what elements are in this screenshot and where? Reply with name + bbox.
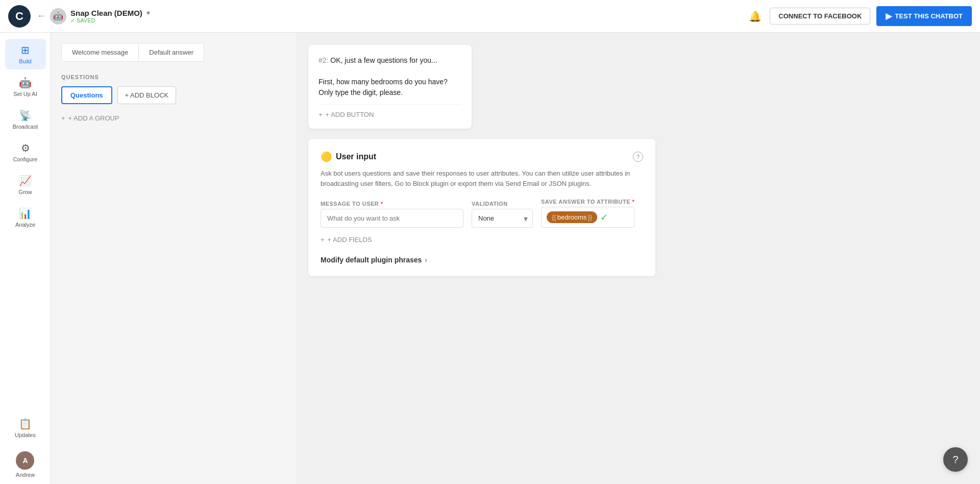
open-braces: {{ <box>552 213 556 221</box>
chat-card: #2: OK, just a few questions for you... … <box>308 45 472 129</box>
close-braces: }} <box>588 213 593 221</box>
bot-dropdown-icon[interactable]: ▾ <box>146 9 150 17</box>
modify-phrases-button[interactable]: Modify default plugin phrases › <box>321 256 643 264</box>
save-answer-group: SAVE ANSWER TO ATTRIBUTE {{ bedrooms }} … <box>541 199 634 228</box>
validation-select-wrapper: None Number Email URL <box>472 209 533 228</box>
add-fields-button[interactable]: + + ADD FIELDS <box>321 236 643 244</box>
validation-select[interactable]: None Number Email URL <box>472 209 533 228</box>
sidebar-item-build[interactable]: ⊞ Build <box>5 39 46 69</box>
tab-welcome[interactable]: Welcome message <box>62 43 139 61</box>
help-bubble-button[interactable]: ? <box>943 447 968 472</box>
bot-avatar: 🤖 <box>50 8 66 25</box>
attribute-checkmark[interactable]: ✓ <box>600 212 608 223</box>
build-icon: ⊞ <box>21 44 30 56</box>
questions-section-label: QUESTIONS <box>61 74 286 80</box>
avatar[interactable]: A <box>16 451 34 470</box>
attribute-name: bedrooms <box>557 213 587 221</box>
sidebar-item-broadcast[interactable]: 📡 Broadcast <box>5 104 46 135</box>
sidebar: ⊞ Build 🤖 Set Up AI 📡 Broadcast ⚙ Config… <box>0 33 51 484</box>
message-to-user-group: MESSAGE TO USER <box>321 201 463 228</box>
app-logo: C <box>8 5 31 28</box>
grow-icon: 📈 <box>19 175 32 187</box>
tab-default[interactable]: Default answer <box>139 43 204 61</box>
sidebar-item-updates[interactable]: 📋 Updates <box>5 413 46 443</box>
add-block-button[interactable]: + ADD BLOCK <box>117 86 177 104</box>
tab-bar: Welcome message Default answer <box>61 43 204 62</box>
user-input-header: 🟡 User input ? <box>321 151 643 162</box>
sidebar-item-grow[interactable]: 📈 Grow <box>5 170 46 200</box>
chat-card-number: #2: <box>318 56 330 64</box>
user-input-title: 🟡 User input <box>321 151 376 162</box>
plus-icon: + <box>318 111 323 118</box>
broadcast-icon: 📡 <box>19 109 32 122</box>
bot-name: Snap Clean (DEMO) <box>70 9 142 17</box>
bot-info: Snap Clean (DEMO) ▾ ✓ SAVED <box>70 9 150 24</box>
modify-phrases-chevron: › <box>425 256 427 264</box>
plus-icon: + <box>61 114 65 122</box>
updates-icon: 📋 <box>19 418 32 430</box>
message-label: MESSAGE TO USER <box>321 201 463 207</box>
chat-card-text: #2: OK, just a few questions for you... … <box>318 55 461 98</box>
user-input-description: Ask bot users questions and save their r… <box>321 168 643 188</box>
test-chatbot-button[interactable]: ▶ TEST THIS CHATBOT <box>876 6 972 26</box>
sidebar-item-setup-ai[interactable]: 🤖 Set Up AI <box>5 71 46 102</box>
user-section: A Andrew <box>16 451 35 478</box>
message-input[interactable] <box>321 209 463 228</box>
attribute-badge: {{ bedrooms }} ✓ <box>541 207 634 228</box>
saved-status: ✓ SAVED <box>70 17 150 24</box>
user-input-card: 🟡 User input ? Ask bot users questions a… <box>308 139 655 276</box>
validation-label: VALIDATION <box>472 201 533 207</box>
analyze-icon: 📊 <box>19 207 32 220</box>
connect-facebook-button[interactable]: CONNECT TO FACEBOOK <box>770 8 870 25</box>
right-panel: #2: OK, just a few questions for you... … <box>296 33 980 484</box>
checkmark-icon: ✓ <box>70 17 75 24</box>
attribute-pill[interactable]: {{ bedrooms }} <box>547 211 597 223</box>
validation-group: VALIDATION None Number Email URL <box>472 201 533 228</box>
add-group-button[interactable]: + + ADD A GROUP <box>61 114 286 122</box>
user-input-icon: 🟡 <box>321 151 332 162</box>
test-icon: ▶ <box>886 11 892 21</box>
back-button[interactable]: ← <box>37 11 46 21</box>
add-button-row[interactable]: + + ADD BUTTON <box>318 104 461 118</box>
left-panel: Welcome message Default answer QUESTIONS… <box>51 33 296 484</box>
help-icon[interactable]: ? <box>633 152 643 162</box>
save-answer-label: SAVE ANSWER TO ATTRIBUTE <box>541 199 634 205</box>
form-row: MESSAGE TO USER VALIDATION None Number E… <box>321 199 643 228</box>
questions-button[interactable]: Questions <box>61 86 112 104</box>
sidebar-item-analyze[interactable]: 📊 Analyze <box>5 202 46 233</box>
notifications-button[interactable]: 🔔 <box>749 10 762 22</box>
plus-icon: + <box>321 236 325 244</box>
header: C ← 🤖 Snap Clean (DEMO) ▾ ✓ SAVED 🔔 CONN… <box>0 0 980 33</box>
setup-ai-icon: 🤖 <box>19 77 32 89</box>
block-actions: Questions + ADD BLOCK <box>61 86 286 104</box>
configure-icon: ⚙ <box>21 142 30 154</box>
sidebar-item-configure[interactable]: ⚙ Configure <box>5 137 46 167</box>
